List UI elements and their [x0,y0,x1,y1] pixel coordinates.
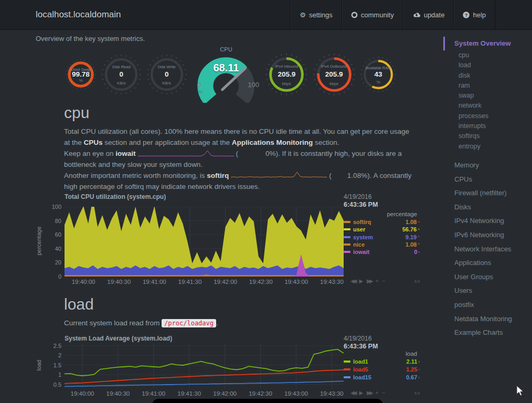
cpu-plot[interactable] [65,207,344,279]
toolbar-resize-button[interactable]: ∧∨ [414,389,420,397]
sidebar-item-users[interactable]: Users [454,284,532,298]
legend-swatch [344,376,350,378]
legend-trend-icon: ‹ [418,375,420,380]
toolbar-play-button[interactable]: ▶ [359,278,363,285]
sidebar-item-postfix[interactable]: postfix [454,298,532,312]
code-path: /proc/loadavg [162,319,216,327]
legend-row-user[interactable]: user56.76^ [344,226,420,232]
sidebar-subitem-processes[interactable]: processes [459,111,532,121]
chart-date: 4/19/2016 [344,335,371,342]
toolbar-zoom-out-button[interactable]: − [382,278,385,285]
toolbar-zoom-out-button[interactable]: − [382,389,385,397]
gauge-ipv4-outbound[interactable]: IPv4 Outbound205.9kbps [313,54,355,96]
toolbar-play-button[interactable]: ▶ [359,389,363,397]
gauge-cpu[interactable]: CPU68.110100% [192,46,260,103]
x-tick-label: 19:43:30 [315,279,348,285]
sidebar-item-system-overview[interactable]: System Overview [443,37,532,50]
x-tick-label: 19:43:30 [315,390,348,397]
sidebar-subitem-ram[interactable]: ram [459,81,532,91]
toolbar-pan-backward-button[interactable]: ◀◀ [350,278,355,285]
sidebar-subitem-interrupts[interactable]: interrupts [459,121,532,131]
chart-time: 6:43:36 PM [344,343,378,350]
sidebar-subitem-network[interactable]: network [459,101,532,111]
gauge-units: KB/s [101,81,141,86]
toolbar-pan-forward-button[interactable]: ▶▶ [367,278,371,285]
nav-item-help[interactable]: ?help [453,0,495,29]
toolbar-zoom-in-button[interactable]: + [375,389,378,397]
y-tick-label: 80 [44,218,61,224]
sidebar-subitem-disk[interactable]: disk [459,71,532,81]
x-tick-label: 19:40:30 [102,279,136,285]
chart-title: Total CPU utilization (system.cpu) [65,193,166,200]
legend-row-nice[interactable]: nice1.08^ [344,241,420,248]
gauge-disk-read[interactable]: Disk Read0KB/s [101,55,141,94]
nav-item-community[interactable]: community [342,0,403,29]
sidebar-subitem-swap[interactable]: swap [459,91,532,101]
load-plot[interactable] [65,344,344,390]
nav-item-label: community [361,11,394,19]
legend-swatch [344,243,350,246]
sidebar-subitems: cpuloaddiskramswapnetworkprocessesinterr… [443,50,532,152]
legend-row-softirq[interactable]: softirq1.08^ [344,219,420,225]
y-tick-label: 0 [44,273,61,280]
sidebar-item-example-charts[interactable]: Example Charts [454,326,532,340]
paragraph: Current system load read from /proc/load… [64,317,417,329]
sidebar-item-cpus[interactable]: CPUs [454,173,532,187]
legend-value: 1.08 [406,241,417,248]
chart-time: 6:43:36 PM [344,201,378,208]
series-load15-line [65,381,344,386]
load-section: load Current system load read from /proc… [64,295,417,329]
sidebar-item-applications[interactable]: Applications [454,256,532,270]
legend-row-load5[interactable]: load51.25‹ [344,366,420,373]
toolbar-zoom-in-button[interactable]: + [375,278,378,285]
paragraph: Another important metric worth monitorin… [64,170,417,192]
sidebar-subitem-entropy[interactable]: entropy [459,142,532,152]
gauge-used-swap[interactable]: Used Swap99.78% [66,59,96,90]
y-tick-label: 2 [44,352,61,358]
sidebar-item-network-interfaces[interactable]: Network Interfaces [454,242,532,257]
sidebar-subitem-load[interactable]: load [459,60,532,70]
sidebar-item-netdata-monitoring[interactable]: Netdata Monitoring [454,312,532,326]
nav-item-label: settings [309,11,333,19]
legend-name: load15 [353,374,371,380]
x-tick-label: 19:42:00 [208,390,242,397]
chart-toolbar: ◀◀▶▶▶+−∧∨ [350,278,420,285]
legend-row-iowait[interactable]: iowait0‹ [344,249,420,255]
sidebar-item-user-groups[interactable]: User Groups [454,270,532,284]
nav-item-settings[interactable]: ⚙settings [290,0,341,29]
legend-row-load1[interactable]: load12.11‹ [344,358,420,365]
load-description: Current system load read from /proc/load… [64,317,417,329]
sidebar-item-memory[interactable]: Memory [454,158,532,173]
gauge-value: 68.11 [192,62,260,74]
toolbar-pan-backward-button[interactable]: ◀◀ [350,389,355,397]
sidebar-item-ipv6-networking[interactable]: IPv6 Networking [454,228,532,242]
gauge-units: kbps [265,81,307,86]
x-tick-label: 19:42:30 [244,390,278,397]
legend-trend-icon: ^ [418,235,420,239]
nav-item-update[interactable]: update [403,0,454,29]
legend-row-load15[interactable]: load150.67‹ [344,374,420,380]
sidebar-subitem-softirqs[interactable]: softirqs [459,131,532,141]
sidebar-item-firewall-netfilter[interactable]: Firewall (netfilter) [454,186,532,200]
gauge-units: kbps [313,81,355,86]
sidebar-subitem-cpu[interactable]: cpu [459,50,532,60]
y-axis-title: percentage [36,215,42,267]
toolbar-resize-button[interactable]: ∧∨ [414,278,420,285]
gauge-ipv4-inbound[interactable]: IPv4 Inbound205.9kbps [265,54,307,96]
sidebar-item-disks[interactable]: Disks [454,200,532,215]
legend-value: 56.76 [402,226,417,232]
cloud-icon [412,12,421,18]
gauge-disk-write[interactable]: Disk Write0KB/s [147,55,187,94]
legend-swatch [344,251,350,253]
legend-units-header: load [344,351,417,357]
toolbar-pan-forward-button[interactable]: ▶▶ [367,389,371,397]
gauge-label: IPv4 Inbound [265,64,307,69]
y-tick-label: 100 [44,204,61,210]
sidebar-item-ipv4-networking[interactable]: IPv4 Networking [454,214,532,228]
gauge-available-ram[interactable]: Available RAM43% [360,57,396,92]
legend-name: load5 [353,366,368,373]
gauges-row: Used Swap99.78%Disk Read0KB/sDisk Write0… [66,47,396,102]
legend-row-system[interactable]: system9.19^ [344,234,420,240]
x-tick-label: 19:42:00 [209,279,242,285]
legend-swatch [344,360,350,363]
